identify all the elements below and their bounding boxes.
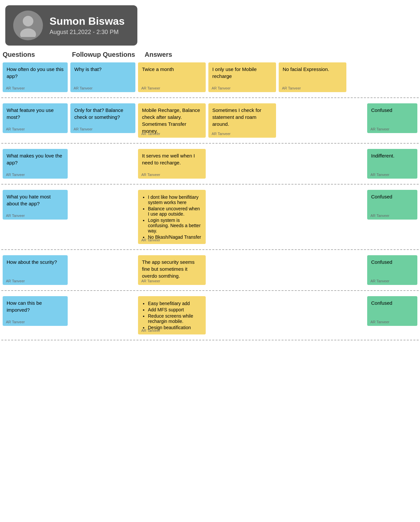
question-author: AR Tanveer [6, 320, 25, 324]
question-text: What makes you love the app? [7, 153, 62, 165]
answers-row: It serves me well when I need to recharg… [137, 148, 366, 180]
answers-emotions-area: Mobile Recharge, Balance check after sal… [137, 102, 419, 139]
answers-stack: Easy benefitiary addAdd MFS supportReduc… [137, 295, 366, 336]
table-row: What feature you use most?AR TanveerOnly… [1, 102, 419, 144]
followup-card: Only for that? Balance check or somethin… [70, 103, 135, 133]
emotion-card: ConfusedAR Tanveer [367, 296, 417, 326]
emotion-author: AR Tanveer [370, 173, 389, 177]
emotion-text: Indifferent. [371, 153, 395, 158]
emotion-text: Confused [371, 300, 392, 306]
emotion-author: AR Tanveer [370, 320, 389, 324]
answers-emotions-area: I dont like how benifitiary system works… [137, 189, 419, 245]
followup-card: Why is that?AR Tanveer [70, 62, 135, 92]
question-card: How can this be imporved?AR Tanveer [3, 296, 68, 326]
question-column: How often do you use this app?AR Tanveer [1, 61, 69, 93]
emotion-text: Confused [371, 107, 392, 113]
answers-stack: Twice a monthAR TanveerI only use for Mo… [137, 61, 366, 93]
question-text: What feature you use most? [7, 107, 54, 120]
answer-author: AR Tanveer [212, 132, 230, 136]
header-info: Sumon Biswas August 21,2022 - 2:30 PM [50, 15, 125, 36]
question-column: How can this be imporved?AR Tanveer [1, 295, 69, 327]
emotion-card: ConfusedAR Tanveer [367, 103, 417, 133]
question-author: AR Tanveer [6, 279, 25, 283]
followup-column: Only for that? Balance check or somethin… [69, 102, 137, 134]
question-column: What feature you use most?AR Tanveer [1, 102, 69, 134]
main-grid: How often do you use this app?AR Tanveer… [0, 61, 420, 344]
answers-stack: It serves me well when I need to recharg… [137, 148, 366, 180]
followup-author: AR Tanveer [74, 127, 92, 131]
answer-text: No facial Expression. [283, 66, 329, 72]
emotion-text: Confused [371, 259, 392, 265]
svg-point-0 [23, 16, 33, 26]
table-row: How can this be imporved?AR TanveerEasy … [1, 295, 419, 340]
col-header-questions: Questions [3, 51, 72, 58]
emotions-stack: ConfusedAR Tanveer [366, 102, 419, 139]
list-item: Add MFS support [148, 307, 202, 312]
answer-card: Sometimes I check for statement and roam… [208, 103, 276, 138]
answer-text: Twice a month [142, 66, 174, 72]
answers-emotions-area: It serves me well when I need to recharg… [137, 148, 419, 180]
question-author: AR Tanveer [6, 127, 25, 131]
answers-row: The app security seems fine but sometime… [137, 254, 366, 286]
emotion-author: AR Tanveer [370, 279, 389, 283]
followup-column: Why is that?AR Tanveer [69, 61, 137, 93]
followup-text: Only for that? Balance check or somethin… [74, 107, 123, 120]
answers-stack: I dont like how benifitiary system works… [137, 189, 366, 245]
emotions-stack [366, 61, 419, 93]
followup-text: Why is that? [74, 66, 102, 72]
answer-author: AR Tanveer [141, 238, 160, 242]
list-item: Balance uncovered when I use app outside… [148, 206, 202, 217]
question-card: How often do you use this app?AR Tanveer [3, 62, 68, 92]
answers-emotions-area: The app security seems fine but sometime… [137, 254, 419, 286]
question-card: What you hate most about the app?AR Tanv… [3, 190, 68, 220]
answer-card: No facial Expression.AR Tanveer [279, 62, 346, 92]
answer-list: Easy benefitiary addAdd MFS supportReduc… [142, 301, 202, 330]
user-name: Sumon Biswas [50, 15, 125, 27]
answers-emotions-area: Easy benefitiary addAdd MFS supportReduc… [137, 295, 419, 336]
answers-row: I dont like how benifitiary system works… [137, 189, 366, 245]
emotion-author: AR Tanveer [370, 214, 389, 218]
answer-author: AR Tanveer [141, 279, 160, 283]
question-card: What makes you love the app?AR Tanveer [3, 149, 68, 179]
emotions-stack: ConfusedAR Tanveer [366, 254, 419, 286]
emotion-author: AR Tanveer [370, 127, 389, 131]
question-text: How often do you use this app? [7, 66, 64, 79]
list-item: Easy benefitiary add [148, 301, 202, 306]
answers-row: Easy benefitiary addAdd MFS supportReduc… [137, 295, 366, 336]
answers-emotions-area: Twice a monthAR TanveerI only use for Mo… [137, 61, 419, 93]
question-column: How about the scurity?AR Tanveer [1, 254, 69, 286]
question-text: How about the scurity? [7, 259, 57, 265]
header: Sumon Biswas August 21,2022 - 2:30 PM [5, 5, 137, 46]
question-column: What makes you love the app?AR Tanveer [1, 148, 69, 180]
answers-row: Twice a monthAR TanveerI only use for Mo… [137, 61, 366, 93]
col-header-followup: Followup Questions [72, 51, 141, 58]
user-datetime: August 21,2022 - 2:30 PM [50, 29, 125, 36]
answer-text: The app security seems fine but sometime… [142, 259, 194, 279]
question-author: AR Tanveer [6, 173, 25, 177]
answer-author: AR Tanveer [141, 86, 160, 90]
answer-text: Mobile Recharge, Balance check after sal… [142, 107, 200, 134]
answer-list: I dont like how benifitiary system works… [142, 194, 202, 240]
emotions-stack: ConfusedAR Tanveer [366, 189, 419, 245]
list-item: I dont like how benifitiary system works… [148, 194, 202, 205]
answer-text: I only use for Mobile recharge [212, 66, 257, 79]
emotion-card: ConfusedAR Tanveer [367, 255, 417, 285]
answer-author: AR Tanveer [141, 329, 160, 332]
answer-author: AR Tanveer [212, 86, 230, 90]
answers-stack: The app security seems fine but sometime… [137, 254, 366, 286]
list-item: Reduce screens while rechargin mobile. [148, 313, 202, 324]
answers-row: Mobile Recharge, Balance check after sal… [137, 102, 366, 139]
table-row: What you hate most about the app?AR Tanv… [1, 189, 419, 250]
table-row: How about the scurity?AR TanveerThe app … [1, 254, 419, 291]
emotions-stack: ConfusedAR Tanveer [366, 295, 419, 336]
answer-author: AR Tanveer [141, 132, 160, 136]
followup-author: AR Tanveer [74, 86, 92, 90]
answers-stack: Mobile Recharge, Balance check after sal… [137, 102, 366, 139]
question-card: How about the scurity?AR Tanveer [3, 255, 68, 285]
question-text: What you hate most about the app? [7, 194, 51, 206]
answer-text: It serves me well when I need to recharg… [142, 153, 195, 165]
answer-card: I only use for Mobile rechargeAR Tanveer [208, 62, 276, 92]
emotion-card: ConfusedAR Tanveer [367, 190, 417, 220]
answer-card: I dont like how benifitiary system works… [138, 190, 206, 244]
question-author: AR Tanveer [6, 214, 25, 218]
